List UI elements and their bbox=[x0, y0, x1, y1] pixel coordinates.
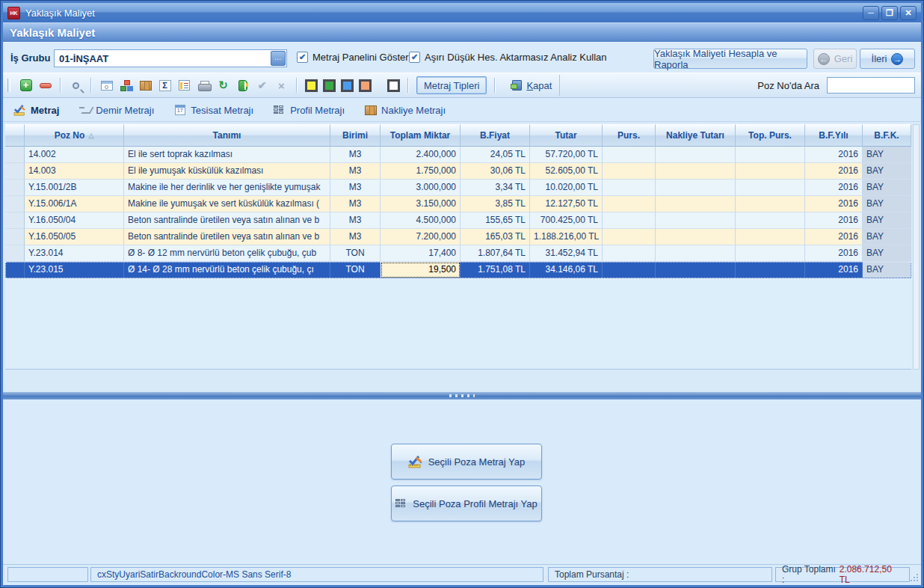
ileri-button[interactable]: İleri → bbox=[860, 49, 915, 69]
cell-toplam-miktar[interactable]: 7.200,000 bbox=[381, 229, 461, 245]
notebook-button[interactable] bbox=[235, 79, 250, 93]
hesapla-raporla-button[interactable]: Yaklaşık Maliyeti Hesapla ve Raporla bbox=[653, 49, 807, 69]
cell-bfiyat[interactable]: 1.807,64 TL bbox=[461, 245, 530, 262]
column-header-bfiyat[interactable]: B.Fiyat bbox=[461, 124, 530, 147]
secili-poza-profil-metraj-yap-button[interactable]: Seçili Poza Profil Metrajı Yap bbox=[391, 486, 542, 521]
cell-toplam-miktar[interactable]: 1.750,000 bbox=[381, 163, 461, 180]
clear-search-button[interactable] bbox=[69, 79, 83, 93]
cell-toplam-miktar[interactable]: 3.000,000 bbox=[381, 180, 461, 196]
cell-birimi[interactable]: TON bbox=[330, 262, 381, 278]
checkbox-icon[interactable]: ✔ bbox=[409, 52, 420, 63]
row-color-swatch[interactable] bbox=[305, 79, 318, 92]
row-color-swatch[interactable] bbox=[323, 79, 336, 92]
cell-tanimi[interactable]: Makine ile her derinlik ve her genişlikt… bbox=[124, 180, 330, 196]
column-header-pozno[interactable]: Poz No△ bbox=[25, 124, 124, 147]
cell-toplam-miktar[interactable]: 3.150,000 bbox=[381, 196, 461, 212]
cell-bfyili[interactable]: 2016 bbox=[805, 163, 863, 180]
kapat-button[interactable]: Kapat bbox=[512, 80, 552, 91]
cell-bfk[interactable]: BAY bbox=[863, 147, 911, 163]
tab-metraj[interactable]: Metraj bbox=[13, 104, 59, 116]
cell-birimi[interactable]: M3 bbox=[330, 212, 381, 229]
cell-row-indicator[interactable] bbox=[5, 262, 25, 278]
horizontal-splitter[interactable] bbox=[3, 392, 921, 399]
cell-top-purs[interactable] bbox=[736, 212, 805, 229]
cell-nakliye-tutari[interactable] bbox=[656, 212, 736, 229]
cell-toplam-miktar[interactable]: 2.400,000 bbox=[381, 147, 461, 163]
cell-nakliye-tutari[interactable] bbox=[656, 180, 736, 196]
poz-no-search-input[interactable] bbox=[827, 77, 915, 94]
cell-nakliye-tutari[interactable] bbox=[656, 147, 736, 163]
add-row-button[interactable]: + bbox=[19, 79, 33, 93]
cell-birimi[interactable]: M3 bbox=[330, 196, 381, 212]
refresh-button[interactable]: ↻ bbox=[216, 79, 230, 93]
column-header-tutar[interactable]: Tutar bbox=[530, 124, 603, 147]
cell-row-indicator[interactable] bbox=[5, 229, 25, 245]
tab-profil-metraj-[interactable]: Profil Metrajı bbox=[273, 104, 345, 116]
table-row[interactable]: Y.23.015Ø 14- Ø 28 mm nervürlü beton çel… bbox=[5, 262, 911, 278]
table-row[interactable]: Y.16.050/04Beton santralinde üretilen ve… bbox=[5, 212, 911, 229]
is-grubu-combobox[interactable]: 01-İNŞAAT … bbox=[54, 49, 287, 67]
cell-bfk[interactable]: BAY bbox=[863, 212, 911, 229]
sum-button[interactable]: Σ bbox=[158, 79, 172, 93]
cell-top-purs[interactable] bbox=[736, 147, 805, 163]
cell-row-indicator[interactable] bbox=[5, 196, 25, 212]
cell-purs[interactable] bbox=[603, 180, 656, 196]
cell-toplam-miktar[interactable]: 4.500,000 bbox=[381, 212, 461, 229]
cell-purs[interactable] bbox=[603, 147, 656, 163]
cell-bfiyat[interactable]: 3,34 TL bbox=[461, 180, 530, 196]
cell-pozno[interactable]: Y.16.050/04 bbox=[25, 212, 124, 229]
cell-pozno[interactable]: 14.003 bbox=[25, 163, 124, 180]
cell-nakliye-tutari[interactable] bbox=[656, 245, 736, 262]
tab-demir-metraj-[interactable]: Demir Metrajı bbox=[78, 104, 154, 116]
table-row[interactable]: Y.15.001/2BMakine ile her derinlik ve he… bbox=[5, 180, 911, 196]
minimize-button[interactable]: ─ bbox=[863, 6, 879, 20]
column-header-tanimi[interactable]: Tanımı bbox=[124, 124, 330, 147]
cell-pozno[interactable]: Y.15.006/1A bbox=[25, 196, 124, 212]
table-row[interactable]: Y.15.006/1AMakine ile yumuşak ve sert kü… bbox=[5, 196, 911, 212]
report-button[interactable] bbox=[177, 79, 191, 93]
tab-tesisat-metraj-[interactable]: Tesisat Metrajı bbox=[173, 104, 253, 116]
cell-purs[interactable] bbox=[603, 262, 656, 278]
cell-birimi[interactable]: M3 bbox=[330, 229, 381, 245]
column-header-top-purs[interactable]: Top. Purs. bbox=[736, 124, 805, 147]
column-header-bfyili[interactable]: B.F.Yılı bbox=[805, 124, 863, 147]
cell-tutar[interactable]: 1.188.216,00 TL bbox=[530, 229, 603, 245]
cell-nakliye-tutari[interactable] bbox=[656, 163, 736, 180]
cell-row-indicator[interactable] bbox=[5, 163, 25, 180]
table-row[interactable]: 14.003El ile yumuşak küskülük kazılmasıM… bbox=[5, 163, 911, 180]
cell-bfk[interactable]: BAY bbox=[863, 180, 911, 196]
preview-button[interactable] bbox=[99, 79, 114, 93]
maximize-button[interactable]: ❐ bbox=[881, 6, 898, 20]
cell-birimi[interactable]: TON bbox=[330, 245, 381, 262]
checkbox-icon[interactable]: ✔ bbox=[297, 52, 308, 63]
cell-row-indicator[interactable] bbox=[5, 180, 25, 196]
cell-tanimi[interactable]: El ile sert toprak kazılması bbox=[124, 147, 330, 163]
secili-poza-metraj-yap-button[interactable]: Seçili Poza Metraj Yap bbox=[391, 444, 542, 480]
geri-button[interactable]: ← Geri bbox=[813, 49, 857, 69]
resize-grip-icon[interactable] bbox=[910, 572, 920, 582]
cell-tanimi[interactable]: Beton santralinde üretilen veya satın al… bbox=[124, 212, 330, 229]
cell-bfyili[interactable]: 2016 bbox=[805, 180, 863, 196]
cell-tutar[interactable]: 34.146,06 TL bbox=[530, 262, 603, 278]
cell-pozno[interactable]: 14.002 bbox=[25, 147, 124, 163]
column-header-birimi[interactable]: Birimi bbox=[330, 124, 381, 147]
cell-bfk[interactable]: BAY bbox=[863, 196, 911, 212]
cell-purs[interactable] bbox=[603, 229, 656, 245]
close-button[interactable]: ✕ bbox=[900, 6, 917, 20]
print-button[interactable] bbox=[197, 79, 211, 93]
cell-bfk[interactable]: BAY bbox=[863, 229, 911, 245]
cell-top-purs[interactable] bbox=[736, 180, 805, 196]
apply-button[interactable]: ✔ bbox=[255, 79, 269, 93]
cell-pozno[interactable]: Y.23.014 bbox=[25, 245, 124, 262]
cell-top-purs[interactable] bbox=[736, 163, 805, 180]
table-row[interactable]: Y.23.014Ø 8- Ø 12 mm nervürlü beton çeli… bbox=[5, 245, 911, 262]
row-color-swatch[interactable] bbox=[341, 79, 354, 92]
cell-bfiyat[interactable]: 155,65 TL bbox=[461, 212, 530, 229]
cell-bfiyat[interactable]: 30,06 TL bbox=[461, 163, 530, 180]
cell-tutar[interactable]: 31.452,94 TL bbox=[530, 245, 603, 262]
cell-tutar[interactable]: 12.127,50 TL bbox=[530, 196, 603, 212]
cell-nakliye-tutari[interactable] bbox=[656, 229, 736, 245]
cell-top-purs[interactable] bbox=[736, 229, 805, 245]
cell-bfiyat[interactable]: 165,03 TL bbox=[461, 229, 530, 245]
cell-pozno[interactable]: Y.16.050/05 bbox=[25, 229, 124, 245]
